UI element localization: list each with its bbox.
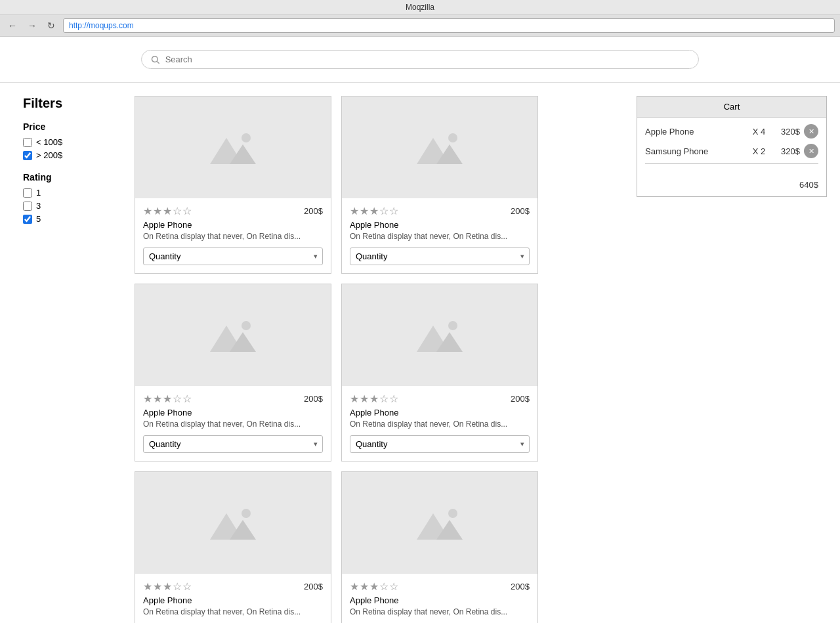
product-desc-5: On Retina display that never, On Retina …	[143, 607, 323, 616]
rating-3-checkbox[interactable]	[23, 202, 32, 211]
browser-title: Moqzilla	[406, 3, 434, 12]
product-desc-2: On Retina display that never, On Retina …	[350, 232, 530, 241]
rating-1-item[interactable]: 1	[23, 188, 108, 198]
refresh-button[interactable]: ↻	[45, 19, 58, 32]
product-stars-5: ★★★☆☆	[143, 580, 192, 593]
svg-point-13	[448, 321, 457, 330]
cart-box: Cart Apple Phone X 4 320$ ✕ Samsung Phon…	[637, 96, 827, 197]
cart-divider	[645, 163, 818, 164]
product-rating-row-1: ★★★☆☆ 200$	[143, 205, 323, 217]
product-grid: ★★★☆☆ 200$ Apple Phone On Retina display…	[121, 96, 637, 623]
product-name-4: Apple Phone	[350, 408, 530, 418]
search-bar-wrapper	[0, 37, 840, 83]
price-filter-section: Price < 100$ > 200$	[23, 121, 108, 160]
url-bar[interactable]	[63, 18, 835, 33]
rating-filter-section: Rating 1 3 5	[23, 172, 108, 224]
product-price-2: 200$	[511, 206, 530, 216]
product-card-2: ★★★☆☆ 200$ Apple Phone On Retina display…	[341, 96, 538, 274]
svg-point-0	[152, 56, 158, 62]
product-image-1	[135, 97, 331, 198]
cart-total: 640$	[637, 176, 826, 196]
product-card-5: ★★★☆☆ 200$ Apple Phone On Retina display…	[135, 471, 331, 623]
quantity-select-4[interactable]: Quantity	[350, 435, 530, 453]
quantity-select-3[interactable]: Quantity	[143, 435, 323, 453]
page-wrapper: Filters Price < 100$ > 200$ Rating 1	[0, 37, 840, 623]
content-area: Filters Price < 100$ > 200$ Rating 1	[0, 83, 840, 623]
back-button[interactable]: ←	[5, 19, 20, 32]
price-lt100-item[interactable]: < 100$	[23, 137, 108, 147]
price-gt200-checkbox[interactable]	[23, 151, 32, 160]
browser-toolbar: ← → ↻	[0, 15, 840, 37]
svg-point-10	[242, 321, 251, 330]
product-info-5: ★★★☆☆ 200$ Apple Phone On Retina display…	[135, 574, 331, 623]
cart-item-qty-2: X 2	[747, 146, 770, 156]
product-price-5: 200$	[304, 582, 323, 591]
product-image-icon-1	[207, 128, 259, 167]
sidebar: Filters Price < 100$ > 200$ Rating 1	[0, 96, 121, 623]
forward-button[interactable]: →	[25, 19, 39, 32]
product-stars-1: ★★★☆☆	[143, 205, 192, 217]
quantity-select-2[interactable]: Quantity	[350, 247, 530, 265]
search-icon	[151, 55, 160, 64]
price-gt200-label: > 200$	[36, 150, 62, 160]
price-lt100-checkbox[interactable]	[23, 138, 32, 147]
svg-point-4	[242, 133, 251, 142]
product-stars-3: ★★★☆☆	[143, 393, 192, 405]
product-name-2: Apple Phone	[350, 220, 530, 230]
price-gt200-item[interactable]: > 200$	[23, 150, 108, 160]
quantity-wrapper-4: Quantity	[350, 435, 530, 453]
product-rating-row-3: ★★★☆☆ 200$	[143, 393, 323, 405]
cart-item-name-1: Apple Phone	[645, 127, 747, 137]
quantity-wrapper-3: Quantity	[143, 435, 323, 453]
product-image-icon-6	[413, 504, 466, 543]
filters-title: Filters	[23, 96, 108, 111]
product-name-5: Apple Phone	[143, 595, 323, 605]
product-info-4: ★★★☆☆ 200$ Apple Phone On Retina display…	[342, 386, 537, 461]
product-image-2	[342, 97, 537, 198]
rating-1-checkbox[interactable]	[23, 188, 32, 198]
product-info-1: ★★★☆☆ 200$ Apple Phone On Retina display…	[135, 198, 331, 273]
search-input[interactable]	[165, 54, 689, 64]
product-stars-4: ★★★☆☆	[350, 393, 399, 405]
product-image-3	[135, 284, 331, 386]
rating-5-checkbox[interactable]	[23, 215, 32, 224]
rating-1-label: 1	[36, 188, 41, 198]
product-row-1: ★★★☆☆ 200$ Apple Phone On Retina display…	[135, 96, 623, 274]
svg-line-1	[157, 61, 159, 63]
cart-item-price-2: 320$	[770, 146, 800, 156]
cart-header: Cart	[637, 97, 826, 118]
svg-point-16	[242, 509, 251, 518]
product-name-1: Apple Phone	[143, 220, 323, 230]
rating-5-item[interactable]: 5	[23, 214, 108, 224]
product-image-6	[342, 472, 537, 574]
cart-item-name-2: Samsung Phone	[645, 146, 747, 156]
product-rating-row-4: ★★★☆☆ 200$	[350, 393, 530, 405]
product-price-1: 200$	[304, 206, 323, 216]
quantity-wrapper-2: Quantity	[350, 247, 530, 265]
product-stars-6: ★★★☆☆	[350, 580, 399, 593]
product-price-4: 200$	[511, 394, 530, 404]
cart-area: Cart Apple Phone X 4 320$ ✕ Samsung Phon…	[637, 96, 840, 623]
product-image-icon-4	[413, 316, 466, 355]
rating-3-item[interactable]: 3	[23, 201, 108, 211]
rating-3-label: 3	[36, 201, 41, 211]
product-desc-4: On Retina display that never, On Retina …	[350, 419, 530, 429]
cart-item-remove-1[interactable]: ✕	[804, 124, 818, 139]
product-price-6: 200$	[511, 582, 530, 591]
cart-item-qty-1: X 4	[747, 127, 770, 137]
product-card-1: ★★★☆☆ 200$ Apple Phone On Retina display…	[135, 96, 331, 274]
product-rating-row-6: ★★★☆☆ 200$	[350, 580, 530, 593]
product-rating-row-2: ★★★☆☆ 200$	[350, 205, 530, 217]
product-price-3: 200$	[304, 394, 323, 404]
svg-point-7	[448, 133, 457, 142]
product-desc-6: On Retina display that never, On Retina …	[350, 607, 530, 616]
product-image-icon-5	[207, 504, 259, 543]
price-lt100-label: < 100$	[36, 137, 62, 147]
cart-item-remove-2[interactable]: ✕	[804, 144, 818, 158]
cart-items-list: Apple Phone X 4 320$ ✕ Samsung Phone X 2…	[637, 118, 826, 176]
cart-total-value: 640$	[799, 180, 818, 190]
cart-item-1: Apple Phone X 4 320$ ✕	[645, 124, 818, 139]
quantity-select-1[interactable]: Quantity	[143, 247, 323, 265]
cart-item-price-1: 320$	[770, 127, 800, 137]
cart-item-2: Samsung Phone X 2 320$ ✕	[645, 144, 818, 158]
